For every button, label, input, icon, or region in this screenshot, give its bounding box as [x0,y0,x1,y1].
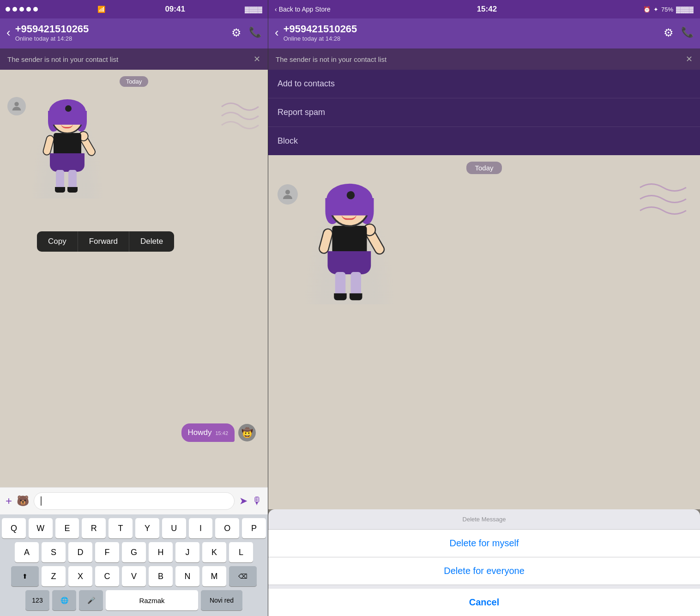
bubble-avatar: 🤠 [238,424,256,441]
key-h[interactable]: H [149,542,173,562]
voice-button[interactable]: 🎙 [252,495,262,507]
key-q[interactable]: Q [2,518,26,538]
key-j[interactable]: J [175,542,199,562]
key-a[interactable]: A [15,542,39,562]
key-w[interactable]: W [29,518,53,538]
battery-icon-left: ▓▓▓▓ [245,6,262,13]
call-icon-left[interactable]: 📞 [249,26,261,39]
key-b[interactable]: B [149,566,173,586]
wave-decoration-right [635,178,691,222]
back-to-store[interactable]: ‹ Back to App Store [275,6,331,13]
girl-skirt [50,153,84,172]
context-menu-copy[interactable]: Copy [37,231,78,252]
text-cursor [41,496,42,506]
key-l[interactable]: L [229,542,253,562]
key-space[interactable]: Razmak [106,590,198,610]
key-t[interactable]: T [109,518,133,538]
keyboard: Q W E R T Y U I O P A S D F G H J K L ⬆ … [0,514,268,616]
right-status-icons: ⏰ ✦ 75% ▓▓▓▓ [643,6,694,13]
banner-close-left[interactable]: ✕ [253,54,260,64]
girl-leg-right [68,170,77,188]
menu-block[interactable]: Block [268,127,700,155]
svg-point-1 [285,190,290,194]
context-menu: Copy Forward Delete [37,231,174,252]
key-123[interactable]: 123 [25,590,49,610]
left-panel: 📶 09:41 ▓▓▓▓ ‹ +959421510265 Online toda… [0,0,268,616]
right-panel: ‹ Back to App Store 15:42 ⏰ ✦ 75% ▓▓▓▓ ‹… [268,0,700,616]
key-f[interactable]: F [95,542,119,562]
dot1 [6,7,10,12]
girl-shoe-r-r [350,293,362,300]
key-c[interactable]: C [95,566,119,586]
call-icon-right[interactable]: 📞 [681,26,694,39]
delete-for-everyone-button[interactable]: Delete for everyone [268,557,700,585]
wifi-icon: 📶 [97,6,105,13]
girl-leg-l-r [335,272,346,295]
key-i[interactable]: I [189,518,213,538]
chat-area-left: Today [0,70,268,487]
key-s[interactable]: S [42,542,66,562]
header-left: ‹ +959421510265 Online today at 14:28 ⚙ … [0,18,268,48]
key-g[interactable]: G [122,542,146,562]
key-r[interactable]: R [82,518,106,538]
banner-text-right: The sender is not in your contact list [276,55,386,63]
key-e[interactable]: E [55,518,79,538]
key-k[interactable]: K [202,542,226,562]
contact-name-left: +959421510265 [15,23,227,35]
sticker-viber-girl-right [303,184,396,304]
delete-modal: Delete Message Delete for myself Delete … [268,509,700,616]
dot4 [26,7,31,12]
message-time: 15:42 [215,430,228,436]
plus-button[interactable]: + [6,495,12,507]
modal-title: Delete Message [268,509,700,530]
menu-add-contacts[interactable]: Add to contacts [268,70,700,98]
key-m[interactable]: M [202,566,226,586]
sticker-viber-girl [30,97,104,199]
modal-overlay: Delete Message Delete for myself Delete … [268,509,700,616]
battery-icon-right: ▓▓▓▓ [676,6,694,13]
today-label-right: Today [268,162,700,174]
battery-percent-right: 75% [661,6,673,13]
context-menu-delete[interactable]: Delete [129,231,174,252]
header-right: ‹ +959421510265 Online today at 14:28 ⚙ … [268,18,700,48]
send-button[interactable]: ➤ [239,495,247,507]
back-button-right[interactable]: ‹ [275,25,279,40]
key-d[interactable]: D [68,542,92,562]
delete-for-myself-button[interactable]: Delete for myself [268,530,700,557]
girl-shoe-right [67,187,78,193]
key-v[interactable]: V [122,566,146,586]
key-shift[interactable]: ⬆ [11,566,39,586]
person-icon-right [281,187,295,201]
key-globe[interactable]: 🌐 [52,590,76,610]
menu-report-spam[interactable]: Report spam [268,98,700,127]
emoji-button[interactable]: 🐻 [17,495,29,507]
key-p[interactable]: P [242,518,266,538]
key-backspace[interactable]: ⌫ [229,566,257,586]
dropdown-menu: Add to contacts Report spam Block [268,70,700,155]
girl-leg-r-r [351,272,362,295]
key-o[interactable]: O [215,518,239,538]
key-z[interactable]: Z [42,566,66,586]
girl-hair-r [326,184,373,216]
cancel-button[interactable]: Cancel [268,589,700,616]
signal-dots [6,7,38,12]
key-mic[interactable]: 🎤 [79,590,103,610]
key-x[interactable]: X [68,566,92,586]
key-n[interactable]: N [175,566,199,586]
message-text: Howdy [188,428,212,437]
girl-skirt-r [328,251,371,274]
message-input[interactable] [34,492,235,510]
key-u[interactable]: U [162,518,186,538]
key-return[interactable]: Novi red [201,590,242,610]
back-button-left[interactable]: ‹ [6,25,11,40]
settings-icon-right[interactable]: ⚙ [664,26,674,39]
context-menu-forward[interactable]: Forward [78,231,129,252]
key-y[interactable]: Y [135,518,159,538]
girl-leg-left [56,170,64,188]
sender-avatar-left [7,97,26,115]
sticker-girl-body [40,102,95,194]
contact-info-left: +959421510265 Online today at 14:28 [15,23,227,42]
banner-close-right[interactable]: ✕ [686,54,693,64]
header-icons-right: ⚙ 📞 [664,26,694,39]
settings-icon-left[interactable]: ⚙ [231,26,241,39]
